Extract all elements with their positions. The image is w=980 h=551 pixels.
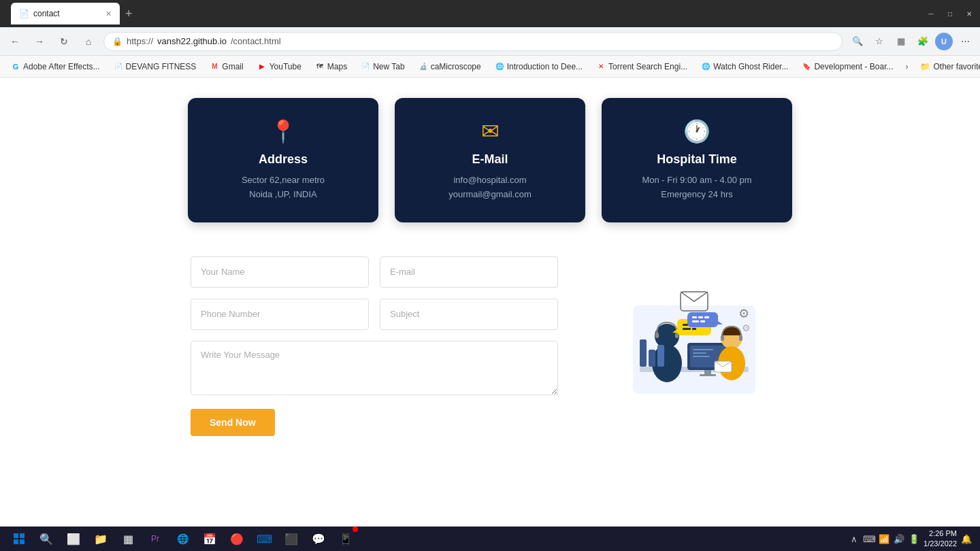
bookmark-camicroscope[interactable]: 🔬 caMicroscope [413,60,487,73]
chevron-up-icon[interactable]: ∧ [849,533,860,544]
search-taskbar-button[interactable]: 🔍 [35,528,57,550]
browser-chrome: 📄 contact ✕ + ─ □ ✕ [0,0,980,27]
svg-rect-27 [692,316,697,318]
premiere-button[interactable]: Pr [144,528,166,550]
form-section: Send Now [82,243,898,450]
other-favorites[interactable]: 📁 Other favorites [915,60,980,73]
profile-avatar[interactable]: U [935,33,953,50]
bookmark-dev[interactable]: 🔖 Development - Boar... [796,60,898,73]
bookmark-youtube[interactable]: ▶ YouTube [252,60,307,73]
svg-rect-16 [704,370,711,374]
tab-close-button[interactable]: ✕ [105,10,112,18]
menu-button[interactable]: ⋯ [956,32,975,51]
clock-date: 1/23/2022 [924,539,957,549]
bookmark-newtab[interactable]: 📄 New Tab [355,60,410,73]
start-button[interactable] [8,528,30,550]
lock-icon: 🔒 [112,37,122,46]
home-button[interactable]: ⌂ [79,32,98,51]
email-input[interactable] [380,256,558,288]
active-tab[interactable]: 📄 contact ✕ [11,3,120,24]
other-favorites-label: Other favorites [933,62,980,71]
send-button[interactable]: Send Now [191,409,275,436]
bookmark-ghost[interactable]: 🌐 Watch Ghost Rider... [696,60,794,73]
whatsapp-button[interactable]: 📱 [335,528,357,550]
window-action-controls: ─ □ ✕ [926,8,975,19]
clock-icon: 🕐 [615,118,779,144]
bookmark-adobe[interactable]: G Adobe After Effects... [5,60,105,73]
bookmark-label-gmail: Gmail [222,62,243,71]
contact-illustration: ⚙ ⚙ [619,285,769,407]
address-card-text: Sector 62,near metro Noida ,UP, INDIA [201,173,365,202]
name-input[interactable] [191,256,369,288]
favorites-button[interactable]: ☆ [870,32,889,51]
illustration-side: ⚙ ⚙ [599,256,789,436]
discord-button[interactable]: 💬 [308,528,329,550]
terminal-button[interactable]: ⬛ [280,528,302,550]
svg-text:⚙: ⚙ [742,322,751,333]
forward-button[interactable]: → [30,32,49,51]
contact-cards-section: 📍 Address Sector 62,near metro Noida ,UP… [0,98,980,243]
notifications-icon[interactable]: 🔔 [961,533,972,544]
location-icon: 📍 [201,118,365,144]
email-card-title: E-Mail [408,152,572,167]
svg-rect-28 [698,316,703,318]
bookmark-gmail[interactable]: M Gmail [204,60,248,73]
bookmark-favicon-camicroscope: 🔬 [419,62,428,71]
svg-rect-18 [693,349,713,350]
widgets-button[interactable]: ▦ [117,528,139,550]
chrome-button[interactable]: 🔴 [226,528,248,550]
svg-rect-37 [657,345,664,367]
minimize-button[interactable]: ─ [926,8,936,19]
calendar-button[interactable]: 📅 [199,528,220,550]
bookmark-favicon-youtube: ▶ [257,62,267,71]
folder-icon: 📁 [920,62,930,71]
clock-display[interactable]: 2:26 PM 1/23/2022 [924,529,957,550]
svg-point-4 [652,344,682,382]
address-card-title: Address [201,152,365,167]
svg-rect-35 [640,339,647,367]
bookmark-torrent[interactable]: ✕ Torrent Search Engi... [591,60,693,73]
wifi-icon[interactable]: 📶 [879,533,889,544]
svg-rect-29 [704,316,709,318]
contact-form: Send Now [191,256,558,436]
bookmark-intro[interactable]: 🌐 Introduction to Dee... [489,60,588,73]
bookmark-devang[interactable]: 📄 DEVANG FITNESS [108,60,202,73]
subject-input[interactable] [380,299,558,330]
url-path: /contact.html [231,36,281,46]
collections-button[interactable]: ▦ [892,32,911,51]
new-tab-button[interactable]: + [122,7,135,21]
back-button[interactable]: ← [5,32,24,51]
form-row-1 [191,256,558,288]
maximize-button[interactable]: □ [945,8,956,19]
extensions-button[interactable]: 🧩 [913,32,932,51]
address-bar[interactable]: 🔒 https://vansh22.github.io/contact.html [103,32,843,51]
url-domain: vansh22.github.io [157,36,227,46]
bookmark-label-youtube: YouTube [270,62,301,71]
bookmark-label-intro: Introduction to Dee... [507,62,583,71]
keyboard-icon[interactable]: ⌨ [864,533,875,544]
svg-rect-38 [14,533,18,538]
bookmark-label-devang: DEVANG FITNESS [126,62,197,71]
files-button[interactable]: 📁 [90,528,112,550]
close-button[interactable]: ✕ [964,8,975,19]
tab-title: contact [33,9,60,18]
battery-icon[interactable]: 🔋 [909,533,919,544]
bookmark-label-ghost: Watch Ghost Rider... [713,62,788,71]
browser-button[interactable]: 🌐 [172,528,193,550]
url-scheme: https:// [127,36,153,46]
bookmark-maps[interactable]: 🗺 Maps [310,60,353,73]
bookmark-label-maps: Maps [327,62,347,71]
svg-rect-9 [683,324,688,326]
email-card: ✉ E-Mail info@hospital.com yourmail@gmai… [395,98,585,222]
svg-rect-24 [739,335,742,341]
bookmarks-more-button[interactable]: › [901,60,912,73]
zoom-button[interactable]: 🔍 [848,32,867,51]
taskview-button[interactable]: ⬜ [63,528,84,550]
message-textarea[interactable] [191,341,558,395]
svg-rect-36 [649,350,655,367]
vscode-button[interactable]: ⌨ [253,528,275,550]
phone-input[interactable] [191,299,369,330]
speaker-icon[interactable]: 🔊 [894,533,904,544]
reload-button[interactable]: ↻ [54,32,74,51]
svg-rect-40 [14,539,18,544]
